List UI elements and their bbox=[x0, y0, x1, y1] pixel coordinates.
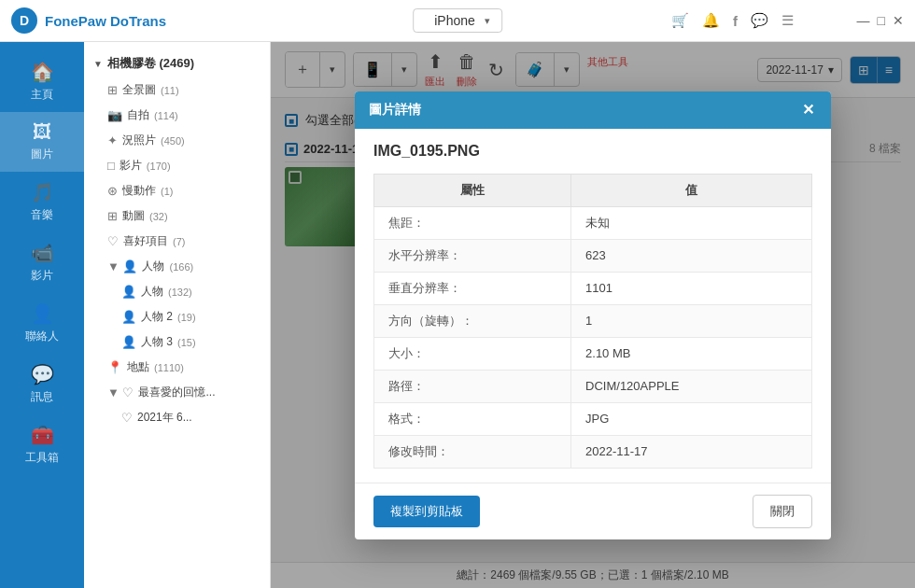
toolbox-icon: 🧰 bbox=[31, 424, 54, 446]
tree-item-memories[interactable]: ▼ ♡ 最喜愛的回憶... bbox=[84, 380, 270, 405]
favorites-icon: ♡ bbox=[107, 234, 119, 248]
detail-row-4: 大小：2.10 MB bbox=[374, 337, 812, 370]
bell-icon[interactable]: 🔔 bbox=[702, 12, 720, 29]
detail-attr-1: 水平分辨率： bbox=[374, 239, 571, 272]
tree-item-places[interactable]: 📍 地點 (1110) bbox=[84, 355, 270, 380]
cart-icon[interactable]: 🛒 bbox=[671, 12, 689, 29]
detail-row-5: 路徑：DCIM/120APPLE bbox=[374, 370, 812, 402]
tree-item-favorites[interactable]: ♡ 喜好項目 (7) bbox=[84, 229, 270, 254]
header-icons: 🛒 🔔 f 💬 ☰ bbox=[671, 12, 794, 29]
tree-item-people3[interactable]: 👤 人物 3 (15) bbox=[84, 329, 270, 355]
detail-value-6: JPG bbox=[571, 402, 812, 435]
tree-item-slowmo[interactable]: ⊛ 慢動作 (1) bbox=[84, 178, 270, 203]
detail-row-3: 方向（旋轉）：1 bbox=[374, 304, 812, 337]
sidebar: 🏠 主頁 🖼 圖片 🎵 音樂 📹 影片 👤 聯絡人 💬 訊息 🧰 工具箱 bbox=[0, 42, 84, 588]
sidebar-label-home: 主頁 bbox=[31, 87, 53, 103]
sidebar-label-video: 影片 bbox=[31, 268, 53, 284]
sidebar-item-photos[interactable]: 🖼 圖片 bbox=[0, 112, 84, 172]
copy-button[interactable]: 複製到剪貼板 bbox=[373, 496, 480, 527]
music-icon: 🎵 bbox=[31, 181, 54, 203]
people1-icon: 👤 bbox=[121, 285, 136, 299]
tree-item-gif[interactable]: ⊞ 動圖 (32) bbox=[84, 203, 270, 229]
camera-roll-header[interactable]: ▼ 相機膠卷 (2469) bbox=[84, 49, 270, 77]
tree-item-people[interactable]: ▼ 👤 人物 (166) bbox=[84, 254, 270, 279]
titlebar: D FonePaw DoTrans iPhone ▾ 🛒 🔔 f 💬 ☰ — □… bbox=[0, 0, 915, 42]
sidebar-label-photos: 圖片 bbox=[31, 147, 53, 162]
app-title: FonePaw DoTrans bbox=[45, 13, 166, 29]
video-tree-icon: □ bbox=[107, 159, 115, 173]
detail-attr-0: 焦距： bbox=[374, 206, 571, 239]
close-modal-button[interactable]: 關閉 bbox=[753, 495, 812, 528]
sidebar-label-messages: 訊息 bbox=[31, 389, 53, 405]
window-controls: — □ ✕ bbox=[857, 13, 904, 28]
year-icon: ♡ bbox=[121, 411, 133, 425]
modal-close-button[interactable]: ✕ bbox=[798, 101, 817, 119]
places-icon: 📍 bbox=[107, 360, 122, 374]
detail-row-6: 格式：JPG bbox=[374, 402, 812, 435]
sidebar-item-contacts[interactable]: 👤 聯絡人 bbox=[0, 293, 84, 354]
gif-icon: ⊞ bbox=[107, 209, 118, 223]
camera-roll-label: 相機膠卷 (2469) bbox=[107, 55, 194, 72]
maximize-button[interactable]: □ bbox=[878, 13, 885, 28]
tree-item-panorama[interactable]: ⊞ 全景圖 (11) bbox=[84, 77, 270, 103]
menu-icon[interactable]: ☰ bbox=[781, 12, 794, 29]
modal-overlay: 圖片詳情 ✕ IMG_0195.PNG 屬性 值 焦距：未知水平分辨率：62 bbox=[271, 42, 915, 588]
minimize-button[interactable]: — bbox=[857, 13, 870, 28]
memories-icon: ▼ ♡ bbox=[107, 385, 134, 399]
app-logo-icon: D bbox=[11, 7, 37, 34]
sidebar-item-messages[interactable]: 💬 訊息 bbox=[0, 354, 84, 414]
sidebar-item-toolbox[interactable]: 🧰 工具箱 bbox=[0, 414, 84, 475]
detail-value-5: DCIM/120APPLE bbox=[571, 370, 812, 402]
sidebar-item-music[interactable]: 🎵 音樂 bbox=[0, 172, 84, 232]
detail-row-0: 焦距：未知 bbox=[374, 206, 812, 239]
detail-value-0: 未知 bbox=[571, 206, 812, 239]
sidebar-item-home[interactable]: 🏠 主頁 bbox=[0, 51, 84, 112]
detail-row-1: 水平分辨率：623 bbox=[374, 239, 812, 272]
contacts-icon: 👤 bbox=[31, 302, 54, 325]
image-detail-modal: 圖片詳情 ✕ IMG_0195.PNG 屬性 值 焦距：未知水平分辨率：62 bbox=[355, 91, 831, 539]
tree-item-video[interactable]: □ 影片 (170) bbox=[84, 153, 270, 178]
messages-icon: 💬 bbox=[31, 363, 54, 385]
detail-row-2: 垂直分辨率：1101 bbox=[374, 272, 812, 304]
modal-footer: 複製到剪貼板 關閉 bbox=[355, 483, 831, 539]
expand-icon: ▼ bbox=[93, 59, 103, 69]
tree-item-2021[interactable]: ♡ 2021年 6... bbox=[84, 405, 270, 430]
col-value: 值 bbox=[571, 174, 812, 206]
sidebar-label-toolbox: 工具箱 bbox=[25, 450, 59, 466]
tree-item-live[interactable]: ✦ 況照片 (450) bbox=[84, 128, 270, 153]
detail-attr-4: 大小： bbox=[374, 337, 571, 370]
tree-item-people1[interactable]: 👤 人物 (132) bbox=[84, 279, 270, 304]
chat-icon[interactable]: 💬 bbox=[751, 12, 768, 29]
detail-table: 屬性 值 焦距：未知水平分辨率：623垂直分辨率：1101方向（旋轉）：1大小：… bbox=[373, 174, 812, 469]
tree-item-people2[interactable]: 👤 人物 2 (19) bbox=[84, 304, 270, 329]
modal-header: 圖片詳情 ✕ bbox=[355, 91, 831, 129]
detail-value-7: 2022-11-17 bbox=[571, 435, 812, 468]
facebook-icon[interactable]: f bbox=[733, 13, 738, 29]
detail-attr-5: 路徑： bbox=[374, 370, 571, 402]
close-button[interactable]: ✕ bbox=[893, 13, 904, 28]
people3-icon: 👤 bbox=[121, 335, 136, 349]
selfie-icon: 📷 bbox=[107, 108, 122, 122]
detail-attr-6: 格式： bbox=[374, 402, 571, 435]
people-icon: ▼ 👤 bbox=[107, 259, 137, 273]
sidebar-item-video[interactable]: 📹 影片 bbox=[0, 232, 84, 293]
detail-value-2: 1101 bbox=[571, 272, 812, 304]
tree-item-selfie[interactable]: 📷 自拍 (114) bbox=[84, 103, 270, 128]
modal-title: 圖片詳情 bbox=[369, 102, 421, 119]
logo-area: D FonePaw DoTrans bbox=[11, 7, 166, 34]
detail-attr-7: 修改時間： bbox=[374, 435, 571, 468]
modal-filename: IMG_0195.PNG bbox=[373, 143, 812, 160]
home-icon: 🏠 bbox=[31, 61, 54, 83]
slowmo-icon: ⊛ bbox=[107, 184, 118, 198]
modal-body: IMG_0195.PNG 屬性 值 焦距：未知水平分辨率：623垂直分辨率：11… bbox=[355, 129, 831, 483]
detail-attr-3: 方向（旋轉）： bbox=[374, 304, 571, 337]
photos-icon: 🖼 bbox=[33, 121, 51, 143]
live-icon: ✦ bbox=[107, 133, 118, 147]
detail-row-7: 修改時間：2022-11-17 bbox=[374, 435, 812, 468]
device-chevron-icon: ▾ bbox=[485, 15, 490, 27]
sidebar-label-contacts: 聯絡人 bbox=[25, 329, 59, 344]
video-icon: 📹 bbox=[31, 242, 54, 264]
detail-value-4: 2.10 MB bbox=[571, 337, 812, 370]
device-selector[interactable]: iPhone ▾ bbox=[413, 8, 502, 33]
device-name: iPhone bbox=[434, 13, 475, 28]
